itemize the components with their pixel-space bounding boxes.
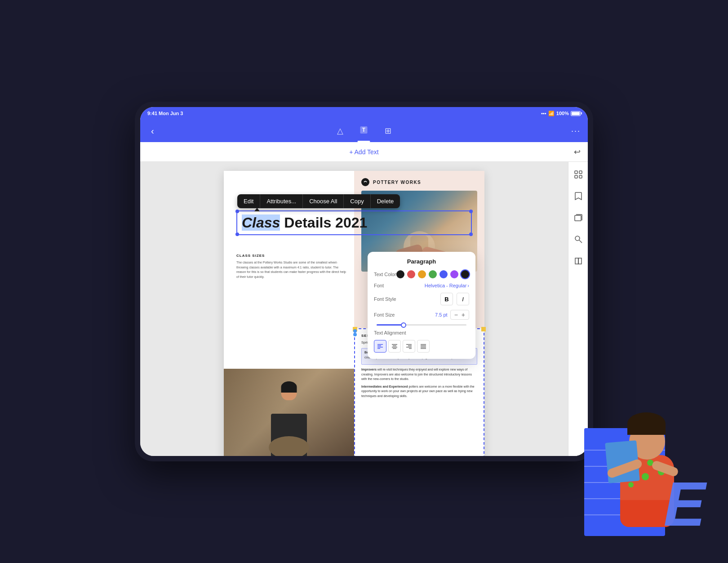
text-color-row: Text Color bbox=[374, 270, 469, 278]
text-color-label: Text Color bbox=[374, 272, 396, 277]
font-size-control: 7.5 pt − + bbox=[435, 310, 469, 320]
class-sizes-title: CLASS SIZES bbox=[236, 254, 349, 258]
align-justify-button[interactable] bbox=[417, 340, 430, 353]
grid-icon[interactable] bbox=[571, 167, 586, 182]
selection-corner-tr bbox=[481, 327, 486, 331]
top-nav: ‹ △ T ⊞ ··· bbox=[140, 120, 588, 142]
status-left: 9:41 Mon Jun 3 bbox=[147, 111, 183, 116]
font-row: Font Helvetica - Regular › bbox=[374, 283, 469, 288]
bold-button[interactable]: B bbox=[440, 293, 453, 305]
signal-icon: ▪▪▪ bbox=[541, 111, 546, 116]
nav-icons: △ T ⊞ bbox=[335, 124, 393, 139]
increase-font-button[interactable]: + bbox=[461, 311, 466, 318]
color-green[interactable] bbox=[429, 270, 437, 278]
decrease-font-button[interactable]: − bbox=[453, 311, 459, 318]
nav-text-icon[interactable]: T bbox=[358, 124, 370, 139]
decorative-e: E bbox=[664, 468, 706, 541]
color-red[interactable] bbox=[407, 270, 415, 278]
align-left-button[interactable] bbox=[374, 340, 386, 353]
alignment-buttons bbox=[374, 340, 469, 353]
status-right: ▪▪▪ 📶 100% bbox=[541, 111, 581, 116]
font-style-row: Font Style B I bbox=[374, 293, 469, 305]
class-details-title: Class Details 2021 bbox=[242, 215, 466, 231]
device-frame: 9:41 Mon Jun 3 ▪▪▪ 📶 100% ‹ △ T bbox=[135, 102, 593, 461]
pottery-brand: POTTERY WORKS bbox=[361, 178, 477, 186]
svg-point-24 bbox=[575, 236, 580, 241]
svg-point-2 bbox=[363, 180, 368, 184]
brand-name: POTTERY WORKS bbox=[373, 180, 421, 185]
svg-rect-22 bbox=[579, 175, 582, 178]
brand-logo-icon bbox=[361, 178, 369, 186]
color-purple[interactable] bbox=[450, 270, 458, 278]
font-size-value: 7.5 pt bbox=[435, 312, 448, 317]
book-icon[interactable] bbox=[571, 254, 586, 268]
main-area: Edit Attributes... Choose All Copy Delet… bbox=[140, 162, 588, 456]
font-size-slider[interactable] bbox=[377, 324, 466, 326]
panel-title: Paragraph bbox=[374, 258, 469, 265]
color-swatches bbox=[396, 270, 469, 278]
color-dark-active[interactable] bbox=[461, 270, 469, 278]
context-menu-delete[interactable]: Delete bbox=[371, 194, 400, 208]
font-label: Font bbox=[374, 283, 384, 288]
font-size-slider-row bbox=[374, 324, 469, 326]
selection-handle-tl bbox=[235, 210, 239, 213]
color-black[interactable] bbox=[396, 270, 404, 278]
font-style-label: Font Style bbox=[374, 296, 396, 302]
nav-more-button[interactable]: ··· bbox=[571, 126, 581, 136]
nav-image-icon[interactable]: ⊞ bbox=[383, 124, 393, 138]
pottery-person-image bbox=[224, 369, 354, 456]
italic-button[interactable]: I bbox=[457, 293, 469, 305]
nav-shapes-icon[interactable]: △ bbox=[335, 124, 345, 138]
search-icon[interactable] bbox=[571, 232, 586, 246]
wifi-icon: 📶 bbox=[548, 111, 555, 116]
back-button[interactable]: ‹ bbox=[147, 124, 158, 138]
align-right-button[interactable] bbox=[403, 340, 415, 353]
status-time: 9:41 Mon Jun 3 bbox=[147, 111, 183, 116]
color-orange[interactable] bbox=[418, 270, 426, 278]
class-sizes-body: The classes at the Pottery Works Studio … bbox=[236, 260, 349, 279]
paragraph-panel: Paragraph Text Color bbox=[368, 252, 475, 359]
svg-rect-21 bbox=[575, 175, 577, 178]
context-menu: Edit Attributes... Choose All Copy Delet… bbox=[237, 194, 400, 208]
document-page: Edit Attributes... Choose All Copy Delet… bbox=[224, 171, 484, 456]
device-screen: 9:41 Mon Jun 3 ▪▪▪ 📶 100% ‹ △ T bbox=[140, 107, 588, 456]
font-size-stepper: − + bbox=[450, 310, 469, 320]
context-menu-attributes[interactable]: Attributes... bbox=[260, 194, 303, 208]
svg-text:T: T bbox=[362, 127, 366, 133]
color-blue[interactable] bbox=[439, 270, 448, 278]
selection-handle-tr bbox=[469, 210, 473, 213]
undo-button[interactable]: ↩ bbox=[574, 147, 581, 157]
svg-rect-19 bbox=[575, 171, 577, 174]
text-selection-box: Class Details 2021 bbox=[236, 210, 472, 235]
battery-label: 100% bbox=[556, 111, 569, 116]
selection-handle-bot-mid bbox=[353, 333, 357, 336]
bookmark-icon[interactable] bbox=[571, 189, 586, 203]
toolbar: + Add Text ↩ bbox=[140, 142, 588, 162]
class-sizes-section: CLASS SIZES The classes at the Pottery W… bbox=[236, 250, 349, 279]
align-center-button[interactable] bbox=[388, 340, 401, 353]
text-align-row: Text Alignment bbox=[374, 330, 469, 335]
svg-line-25 bbox=[579, 240, 582, 243]
context-menu-edit[interactable]: Edit bbox=[237, 194, 260, 208]
svg-rect-20 bbox=[579, 171, 582, 174]
font-size-row: Font Size 7.5 pt − + bbox=[374, 310, 469, 320]
class-word: Class bbox=[242, 214, 280, 231]
selection-handle-top-mid bbox=[353, 329, 357, 333]
pages-icon[interactable] bbox=[571, 210, 586, 225]
details-word: Details 2021 bbox=[284, 214, 367, 231]
font-size-label: Font Size bbox=[374, 312, 395, 317]
chevron-right-icon: › bbox=[467, 283, 469, 288]
font-selector[interactable]: Helvetica - Regular › bbox=[425, 283, 469, 288]
right-sidebar bbox=[568, 162, 588, 456]
font-style-buttons: B I bbox=[440, 293, 469, 305]
battery-icon bbox=[571, 111, 581, 116]
svg-rect-23 bbox=[575, 215, 581, 221]
context-menu-copy[interactable]: Copy bbox=[344, 194, 370, 208]
page-wrapper: Edit Attributes... Choose All Copy Delet… bbox=[140, 162, 568, 456]
status-bar: 9:41 Mon Jun 3 ▪▪▪ 📶 100% bbox=[140, 107, 588, 120]
add-text-label: + Add Text bbox=[349, 148, 379, 156]
add-text-button[interactable]: + Add Text bbox=[349, 148, 379, 156]
text-align-label: Text Alignment bbox=[374, 330, 406, 335]
context-menu-choose-all[interactable]: Choose All bbox=[303, 194, 344, 208]
